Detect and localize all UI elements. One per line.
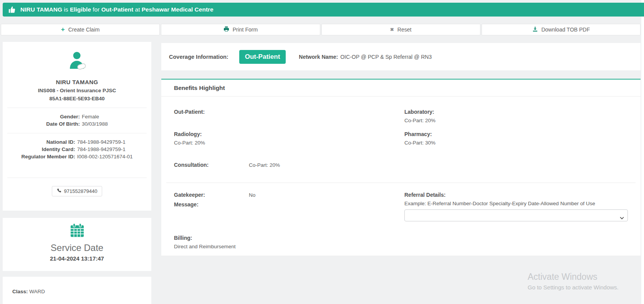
class-card: Class: WARD — [3, 277, 151, 304]
person-icon — [3, 50, 151, 74]
referral-select[interactable] — [404, 209, 628, 221]
national-id-value: 784-1988-9429759-1 — [77, 139, 133, 145]
patient-insurer: INS008 - Orient Insurance PJSC — [3, 88, 151, 93]
eligibility-banner: NIRU TAMANG is Eligible for Out-Patient … — [3, 3, 644, 17]
reset-label: Reset — [397, 27, 412, 33]
class-value: WARD — [29, 289, 45, 294]
download-icon — [532, 26, 538, 33]
gender-label: Gender: — [46, 114, 80, 120]
benefit-consultation: Consultation: Co-Part: 20% — [174, 162, 404, 168]
benefit-billing: Billing: Direct and Reimbursement — [174, 235, 404, 249]
phone-number: 971552879440 — [64, 188, 98, 194]
patient-name: NIRU TAMANG — [3, 79, 151, 85]
dob-value: 30/03/1988 — [82, 121, 108, 127]
coverage-badge: Out-Patient — [239, 50, 286, 64]
patient-ids: National ID: 784-1988-9429759-1 Identity… — [3, 139, 151, 159]
eligibility-page: NIRU TAMANG is Eligible for Out-Patient … — [0, 0, 644, 304]
calendar-icon — [3, 223, 151, 240]
benefit-laboratory: Laboratory: Co-Part: 20% — [404, 109, 628, 123]
referral-details: Referral Details: Example: E-Referral Nu… — [404, 192, 628, 221]
dob-label: Date Of Birth: — [46, 121, 80, 127]
gender-value: Female — [82, 114, 108, 120]
regulator-id-value: I008-002-120571674-01 — [77, 154, 133, 159]
print-form-label: Print Form — [233, 27, 258, 33]
benefit-out-patient: Out-Patient: — [174, 109, 404, 123]
benefit-radiology: Radiology: Co-Part: 20% — [174, 131, 404, 146]
create-claim-button[interactable]: + Create Claim — [1, 24, 160, 35]
printer-icon — [223, 26, 229, 33]
phone-button[interactable]: 971552879440 — [52, 186, 103, 196]
benefits-card: Benefits Highlight Out-Patient: Laborato… — [161, 79, 641, 256]
create-claim-label: Create Claim — [68, 27, 100, 33]
service-date-title: Service Date — [3, 243, 151, 253]
thumbs-up-icon — [8, 6, 16, 13]
patient-card-id: 85A1-88EE-5E93-EB40 — [3, 96, 151, 101]
benefit-pharmacy: Pharmacy: Co-Part: 30% — [404, 131, 628, 146]
benefit-gatekeeper: Gatekeeper: No Message: — [174, 192, 404, 221]
watermark-title: Activate Windows — [528, 272, 619, 282]
download-tob-label: Download TOB PDF — [541, 27, 590, 33]
reset-button[interactable]: ✖ Reset — [321, 24, 480, 35]
service-date-card: Service Date 21-04-2024 13:17:47 — [3, 218, 151, 271]
national-id-label: National ID: — [21, 139, 75, 145]
patient-demographics: Gender: Female Date Of Birth: 30/03/1988 — [3, 114, 151, 127]
referral-example: Example: E-Referral Number-Doctor Specia… — [404, 201, 628, 206]
print-form-button[interactable]: Print Form — [161, 24, 320, 35]
identity-card-value: 784-1988-9429759-1 — [77, 146, 133, 152]
network-name-label: Network Name: — [299, 54, 338, 60]
referral-details-label: Referral Details: — [404, 192, 628, 198]
plus-icon: + — [61, 26, 65, 33]
network-name-value: OIC-OP @ PCP & Sp Referral @ RN3 — [340, 54, 432, 60]
divider — [166, 183, 636, 183]
divider — [7, 108, 147, 108]
action-toolbar: + Create Claim Print Form ✖ Reset Downlo… — [1, 24, 641, 35]
coverage-label: Coverage Information: — [169, 54, 228, 60]
banner-text: NIRU TAMANG is Eligible for Out-Patient … — [20, 6, 214, 13]
close-icon: ✖ — [390, 27, 394, 32]
divider — [7, 133, 147, 133]
patient-card: NIRU TAMANG INS008 - Orient Insurance PJ… — [3, 42, 151, 211]
windows-activation-watermark: Activate Windows Go to Settings to activ… — [528, 272, 619, 291]
phone-icon — [57, 188, 61, 194]
benefits-title: Benefits Highlight — [161, 80, 641, 96]
coverage-card: Coverage Information: Out-Patient Networ… — [161, 43, 641, 70]
regulator-id-label: Regulator Member ID: — [21, 154, 75, 159]
class-label: Class: — [12, 289, 28, 294]
identity-card-label: Identity Card: — [21, 146, 75, 152]
chevron-down-icon — [620, 214, 624, 221]
download-tob-button[interactable]: Download TOB PDF — [482, 24, 641, 35]
service-datetime: 21-04-2024 13:17:47 — [3, 255, 151, 262]
message-label: Message: — [174, 201, 404, 208]
watermark-subtitle: Go to Settings to activate Windows. — [528, 284, 619, 291]
